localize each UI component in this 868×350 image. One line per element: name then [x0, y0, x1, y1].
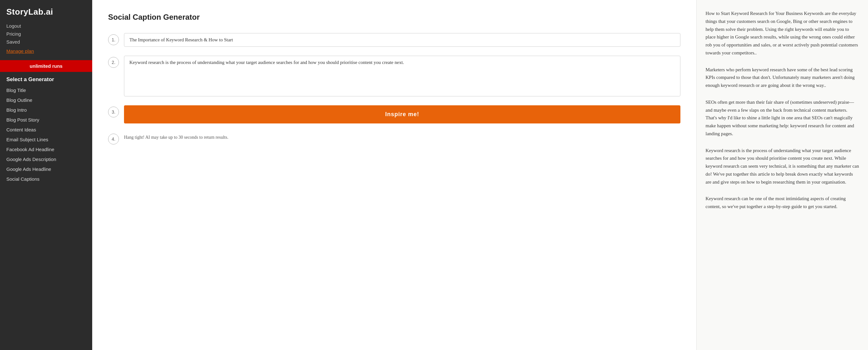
topic-input[interactable]: [124, 33, 680, 47]
right-paragraph-3: SEOs often get more than their fair shar…: [706, 98, 859, 138]
select-generator-label: Select a Generator: [0, 76, 92, 85]
sidebar-item-content-ideas[interactable]: Content Ideas: [0, 125, 92, 135]
sidebar-item-blog-outline[interactable]: Blog Outline: [0, 95, 92, 105]
inspire-button[interactable]: Inspire me!: [124, 105, 680, 123]
sidebar-item-blog-post-story[interactable]: Blog Post Story: [0, 115, 92, 125]
step-1-row: 1.: [108, 33, 680, 47]
right-paragraph-5: Keyword research can be one of the most …: [706, 195, 859, 211]
step-3-row: 3. Inspire me!: [108, 105, 680, 123]
sidebar-item-email-subject-lines[interactable]: Email Subject Lines: [0, 135, 92, 144]
step-1-circle: 1.: [108, 34, 119, 45]
right-paragraph-1: How to Start Keyword Research for Your B…: [706, 9, 859, 57]
sidebar-item-saved[interactable]: Saved: [6, 38, 86, 45]
sidebar-item-logout[interactable]: Logout: [6, 23, 86, 29]
right-paragraph-4: Keyword research is the process of under…: [706, 147, 859, 186]
page-title: Social Caption Generator: [108, 13, 680, 22]
sidebar-item-google-ads-description[interactable]: Google Ads Description: [0, 154, 92, 164]
sidebar-nav-top: Logout Pricing Saved Manage plan: [0, 23, 92, 60]
right-panel: How to Start Keyword Research for Your B…: [696, 0, 868, 350]
main: Social Caption Generator 1. 2. 3. Inspir…: [92, 0, 868, 350]
sidebar-item-facebook-ad-headline[interactable]: Facebook Ad Headline: [0, 144, 92, 154]
sidebar-item-pricing[interactable]: Pricing: [6, 31, 86, 37]
manage-plan-link[interactable]: Manage plan: [6, 47, 86, 57]
sidebar: StoryLab.ai Logout Pricing Saved Manage …: [0, 0, 92, 350]
hint-text: Hang tight! AI may take up to 30 seconds…: [124, 133, 228, 140]
sidebar-item-social-captions[interactable]: Social Captions: [0, 174, 92, 184]
sidebar-item-blog-intro[interactable]: Blog Intro: [0, 105, 92, 115]
right-paragraph-2: Marketers who perform keyword research h…: [706, 66, 859, 89]
center-panel: Social Caption Generator 1. 2. 3. Inspir…: [92, 0, 696, 350]
step-2-circle: 2.: [108, 57, 119, 68]
description-textarea[interactable]: [124, 56, 680, 96]
sidebar-item-blog-title[interactable]: Blog Title: [0, 85, 92, 95]
sidebar-item-google-ads-headline[interactable]: Google Ads Headline: [0, 164, 92, 174]
step-4-row: 4. Hang tight! AI may take up to 30 seco…: [108, 133, 680, 144]
step-3-circle: 3.: [108, 107, 119, 117]
unlimited-banner: unlimited runs: [0, 60, 92, 72]
step-2-row: 2.: [108, 56, 680, 96]
logo: StoryLab.ai: [0, 0, 92, 23]
step-4-circle: 4.: [108, 134, 119, 144]
